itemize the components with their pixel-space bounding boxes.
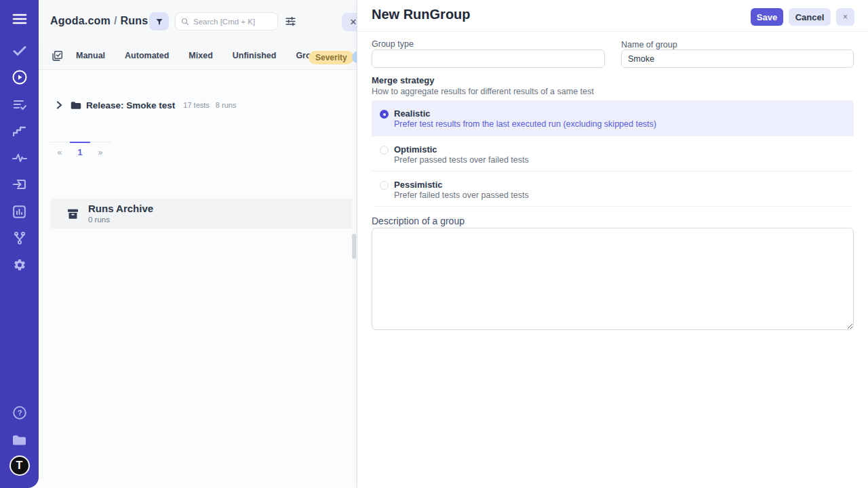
- option-title: Pessimistic: [394, 180, 443, 190]
- select-all-icon[interactable]: [52, 50, 63, 64]
- pagination-prev[interactable]: «: [50, 142, 70, 162]
- plans-list-check-icon[interactable]: [0, 94, 39, 115]
- group-type-label: Group type: [372, 39, 414, 49]
- name-of-group-input[interactable]: [621, 49, 854, 68]
- breadcrumb-project[interactable]: Agoda.com: [50, 15, 111, 26]
- option-description: Prefer failed tests over passed tests: [394, 190, 529, 200]
- tests-count: 17 tests: [183, 101, 210, 109]
- chevron-right-icon[interactable]: [56, 101, 62, 109]
- option-description: Prefer passed tests over failed tests: [394, 155, 529, 165]
- pagination-next[interactable]: »: [90, 142, 111, 162]
- description-textarea[interactable]: [372, 228, 854, 330]
- steps-icon[interactable]: [0, 121, 39, 141]
- help-icon[interactable]: ?: [0, 403, 39, 423]
- tab-automated[interactable]: Automated: [125, 51, 169, 60]
- breadcrumb-page: Runs: [121, 15, 149, 26]
- radio-realistic[interactable]: [380, 110, 389, 119]
- import-icon[interactable]: [0, 174, 39, 195]
- avatar-letter: T: [9, 455, 30, 476]
- archive-title: Runs Archive: [88, 203, 153, 214]
- pulse-icon[interactable]: [0, 148, 39, 168]
- merge-strategy-label: Merge strategy: [372, 75, 434, 85]
- merge-strategy-hint: How to aggregate results for different r…: [372, 87, 594, 96]
- option-title: Optimistic: [394, 144, 437, 155]
- description-label: Description of a group: [372, 216, 465, 226]
- new-rungroup-panel: New RunGroup Save Cancel × Group type Na…: [357, 0, 868, 488]
- run-group-row[interactable]: Release: Smoke test 17 tests 8 runs: [39, 95, 357, 115]
- branch-icon[interactable]: [0, 228, 39, 248]
- analytics-chart-icon[interactable]: [0, 201, 39, 222]
- runs-list-content: Release: Smoke test 17 tests 8 runs « 1 …: [39, 70, 357, 488]
- merge-option-realistic[interactable]: Realistic Prefer test results from the l…: [372, 100, 854, 136]
- search-box: [175, 12, 278, 30]
- archive-runs-count: 0 runs: [88, 216, 153, 224]
- merge-option-optimistic[interactable]: Optimistic Prefer passed tests over fail…: [372, 136, 854, 171]
- tab-unfinished[interactable]: Unfinished: [233, 51, 277, 60]
- folder-icon: [71, 101, 81, 110]
- breadcrumb: Agoda.com/Runs: [50, 15, 148, 27]
- tune-sliders-icon[interactable]: [285, 16, 296, 30]
- archive-box-icon: [66, 207, 79, 220]
- tab-mixed[interactable]: Mixed: [189, 51, 212, 60]
- filter-button[interactable]: [149, 12, 169, 30]
- tab-manual[interactable]: Manual: [76, 51, 105, 60]
- menu-icon[interactable]: [0, 9, 39, 29]
- name-of-group-label: Name of group: [621, 40, 677, 49]
- tests-check-icon[interactable]: [0, 41, 39, 61]
- runs-list-panel: Agoda.com/Runs ✕ Manual Automated Mixed …: [39, 0, 357, 488]
- header-close-button[interactable]: ✕: [342, 13, 357, 31]
- close-icon[interactable]: ×: [836, 8, 854, 26]
- runs-archive-row[interactable]: Runs Archive 0 runs: [51, 199, 352, 228]
- archive-text: Runs Archive 0 runs: [88, 203, 153, 224]
- pagination: « 1 »: [50, 142, 111, 162]
- option-title: Realistic: [394, 108, 430, 119]
- rungroup-header: New RunGroup Save Cancel ×: [357, 0, 868, 32]
- save-button[interactable]: Save: [751, 8, 783, 26]
- runs-play-icon[interactable]: [0, 67, 39, 87]
- scrollbar-thumb[interactable]: [352, 234, 356, 259]
- funnel-icon: [155, 18, 163, 26]
- merge-strategy-options: Realistic Prefer test results from the l…: [372, 100, 854, 207]
- settings-gear-icon[interactable]: [0, 255, 39, 275]
- app-sidebar: ? T: [0, 0, 39, 488]
- page-title: New RunGroup: [372, 7, 471, 22]
- option-description: Prefer test results from the last execut…: [394, 119, 656, 129]
- merge-option-pessimistic[interactable]: Pessimistic Prefer failed tests over pas…: [372, 171, 854, 206]
- radio-optimistic[interactable]: [380, 146, 389, 155]
- runs-count: 8 runs: [216, 101, 237, 109]
- breadcrumb-separator: /: [111, 15, 121, 26]
- runs-header: Agoda.com/Runs ✕: [39, 0, 357, 42]
- run-group-title[interactable]: Release: Smoke test: [86, 100, 175, 110]
- filter-tabs: Manual Automated Mixed Unfinished Groups…: [39, 42, 357, 70]
- projects-folder-icon[interactable]: [0, 430, 39, 450]
- severity-badge[interactable]: Severity: [309, 51, 354, 64]
- pagination-page-1[interactable]: 1: [70, 142, 90, 162]
- group-type-input[interactable]: [372, 49, 605, 68]
- search-input[interactable]: [193, 18, 272, 26]
- user-avatar[interactable]: T: [0, 455, 39, 476]
- svg-text:?: ?: [17, 409, 22, 417]
- cancel-button[interactable]: Cancel: [789, 8, 831, 26]
- radio-pessimistic[interactable]: [380, 181, 389, 190]
- search-icon: [181, 18, 189, 26]
